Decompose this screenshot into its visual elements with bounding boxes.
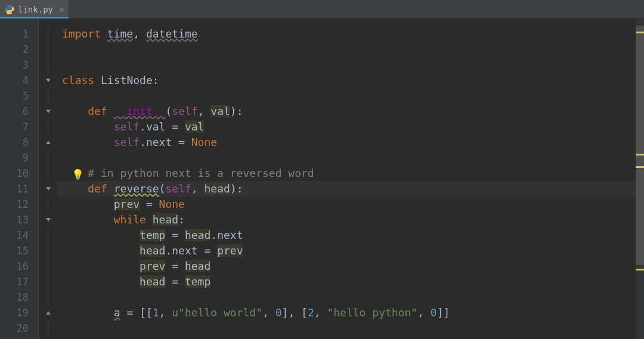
fold-marker [39, 259, 57, 274]
line-number[interactable]: 2 [0, 42, 38, 57]
code-line[interactable] [57, 57, 644, 73]
code-line[interactable]: prev = None [57, 197, 644, 212]
line-number[interactable]: 10 [0, 166, 38, 181]
warning-marker[interactable] [636, 32, 644, 33]
fold-marker[interactable] [39, 212, 57, 228]
fold-marker [39, 166, 57, 181]
code-line[interactable]: 💡 # in python next is a reversed word [57, 166, 644, 181]
code-line[interactable]: a = [[1, u"hello world", 0], [2, "hello … [57, 305, 644, 321]
line-number[interactable]: 7 [0, 119, 38, 135]
line-number[interactable]: 16 [0, 259, 38, 274]
line-number[interactable]: 1 [0, 26, 38, 42]
line-number[interactable]: 3 [0, 57, 38, 73]
line-number[interactable]: 17 [0, 274, 38, 290]
code-line[interactable]: import time, datetime [57, 26, 644, 42]
code-line[interactable]: def reverse(self, head): [57, 181, 644, 197]
fold-marker [39, 274, 57, 290]
warning-marker[interactable] [636, 154, 644, 155]
line-number[interactable]: 19 [0, 305, 38, 321]
fold-marker [39, 88, 57, 104]
line-number[interactable]: 5 [0, 88, 38, 104]
code-area[interactable]: import time, datetimeclass ListNode: def… [57, 19, 644, 339]
intention-bulb-icon[interactable]: 💡 [72, 167, 84, 182]
fold-marker [39, 243, 57, 259]
line-number[interactable]: 4 [0, 73, 38, 88]
fold-marker [39, 321, 57, 336]
fold-marker[interactable] [39, 305, 57, 321]
line-number[interactable]: 18 [0, 290, 38, 305]
fold-marker[interactable] [39, 135, 57, 150]
line-number[interactable]: 15 [0, 243, 38, 259]
line-number[interactable]: 9 [0, 150, 38, 166]
close-tab-icon[interactable]: × [57, 5, 64, 14]
code-line[interactable] [57, 321, 644, 336]
code-line[interactable] [57, 42, 644, 57]
code-line[interactable]: prev = head [57, 259, 644, 274]
code-line[interactable]: def __init__(self, val): [57, 104, 644, 119]
python-file-icon [5, 5, 14, 14]
line-number[interactable]: 8 [0, 135, 38, 150]
error-stripe-scrollbar[interactable] [636, 19, 644, 339]
code-line[interactable] [57, 290, 644, 305]
scrollbar-thumb[interactable] [636, 26, 644, 266]
fold-column[interactable] [38, 19, 57, 339]
code-line[interactable] [57, 88, 644, 104]
fold-marker [39, 150, 57, 166]
fold-marker [39, 197, 57, 212]
line-number[interactable]: 6 [0, 104, 38, 119]
warning-marker[interactable] [636, 166, 644, 168]
fold-marker [39, 42, 57, 57]
line-number[interactable]: 11 [0, 181, 38, 197]
code-line[interactable]: self.next = None [57, 135, 644, 150]
line-number[interactable]: 12 [0, 197, 38, 212]
fold-marker[interactable] [39, 181, 57, 197]
editor: 1234567891011121314151617181920 import t… [0, 19, 644, 339]
code-line[interactable]: while head: [57, 212, 644, 228]
fold-marker [39, 57, 57, 73]
fold-marker [39, 228, 57, 243]
fold-marker[interactable] [39, 73, 57, 88]
code-line[interactable]: temp = head.next [57, 228, 644, 243]
code-line[interactable]: class ListNode: [57, 73, 644, 88]
code-line[interactable]: head.next = prev [57, 243, 644, 259]
fold-marker[interactable] [39, 104, 57, 119]
code-line[interactable]: head = temp [57, 274, 644, 290]
tab-bar: link.py × [0, 0, 644, 19]
file-tab-link-py[interactable]: link.py × [0, 0, 69, 18]
fold-marker [39, 290, 57, 305]
tab-filename: link.py [18, 5, 53, 14]
line-number[interactable]: 13 [0, 212, 38, 228]
warning-marker[interactable] [636, 269, 644, 270]
line-number[interactable]: 20 [0, 321, 38, 336]
fold-marker [39, 119, 57, 135]
line-number-gutter[interactable]: 1234567891011121314151617181920 [0, 19, 38, 339]
fold-marker [39, 26, 57, 42]
code-line[interactable]: self.val = val [57, 119, 644, 135]
code-line[interactable] [57, 150, 644, 166]
line-number[interactable]: 14 [0, 228, 38, 243]
